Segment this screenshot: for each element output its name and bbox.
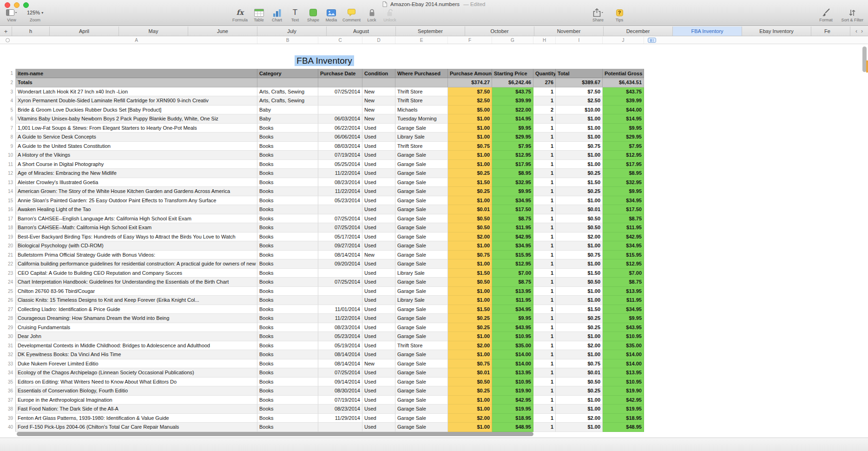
cell[interactable]: $1.00: [448, 396, 492, 405]
cell[interactable]: Garage Sale: [395, 305, 448, 314]
tips-button[interactable]: ? Tips: [612, 8, 626, 22]
cell[interactable]: 11/22/2014: [318, 187, 362, 196]
row-number[interactable]: 30: [5, 332, 16, 341]
cell[interactable]: $42.95: [492, 396, 533, 405]
row-number[interactable]: 28: [5, 314, 16, 323]
cell[interactable]: $7.00: [603, 269, 644, 278]
cell[interactable]: $42.95: [603, 232, 644, 242]
row-number[interactable]: 17: [5, 214, 16, 224]
cell[interactable]: Books: [257, 368, 318, 378]
next-sheet-button[interactable]: ›: [861, 28, 863, 34]
cell[interactable]: Books: [257, 287, 318, 296]
cell[interactable]: $0.50: [556, 223, 603, 232]
cell[interactable]: Baby: [257, 114, 318, 124]
cell[interactable]: $43.95: [603, 323, 644, 332]
cell[interactable]: $1.50: [556, 305, 603, 314]
cell[interactable]: $0.25: [448, 169, 492, 178]
column-letter-J[interactable]: J: [603, 37, 644, 44]
cell[interactable]: 1: [533, 287, 556, 296]
toolbar-comment-button[interactable]: Comment: [342, 8, 361, 22]
row-number[interactable]: 6: [5, 114, 16, 124]
cell[interactable]: $6,242.46: [492, 78, 533, 87]
cell[interactable]: $0.25: [448, 323, 492, 332]
prev-sheet-button[interactable]: ‹: [855, 28, 857, 34]
row-number[interactable]: 4: [5, 96, 16, 106]
cell[interactable]: New: [362, 96, 395, 106]
cell[interactable]: Books: [257, 196, 318, 206]
cell[interactable]: Books: [257, 314, 318, 323]
row-number[interactable]: 19: [5, 232, 16, 242]
cell[interactable]: $1.00: [556, 114, 603, 124]
cell[interactable]: $34.95: [603, 196, 644, 206]
column-letter-A[interactable]: A: [16, 37, 257, 44]
cell[interactable]: $1.00: [448, 151, 492, 160]
cell[interactable]: $7.50: [448, 87, 492, 97]
cell[interactable]: $0.25: [448, 386, 492, 396]
cell[interactable]: Garage Sale: [395, 378, 448, 387]
cell[interactable]: [318, 296, 362, 305]
cell[interactable]: Editors on Editing: What Writers Need to…: [16, 378, 257, 387]
cell[interactable]: Thrift Store: [395, 87, 448, 97]
cell[interactable]: 1: [533, 96, 556, 106]
cell[interactable]: $1.00: [448, 114, 492, 124]
cell[interactable]: $8.75: [603, 278, 644, 287]
cell[interactable]: Used: [362, 332, 395, 341]
cell[interactable]: 1: [533, 232, 556, 242]
column-resize-handle[interactable]: [648, 38, 656, 43]
cell[interactable]: $1.00: [556, 133, 603, 142]
cell[interactable]: $0.01: [448, 368, 492, 378]
cell[interactable]: $1.00: [556, 151, 603, 160]
cell[interactable]: 1: [533, 196, 556, 206]
cell[interactable]: 11/29/2014: [318, 414, 362, 423]
cell[interactable]: 05/17/2014: [318, 232, 362, 242]
cell[interactable]: 09/20/2014: [318, 259, 362, 269]
cell[interactable]: Tuesday Morning: [395, 114, 448, 124]
cell[interactable]: $0.75: [448, 251, 492, 260]
cell[interactable]: Garage Sale: [395, 259, 448, 269]
cell[interactable]: $1.00: [448, 196, 492, 206]
cell[interactable]: $0.50: [448, 223, 492, 232]
cell[interactable]: $14.95: [492, 114, 533, 124]
cell[interactable]: $1.00: [448, 133, 492, 142]
column-letter-D[interactable]: D: [362, 37, 395, 44]
cell[interactable]: $8.95: [492, 169, 533, 178]
cell[interactable]: Used: [362, 341, 395, 351]
cell[interactable]: 08/14/2014: [318, 350, 362, 359]
cell[interactable]: $10.95: [492, 378, 533, 387]
cell[interactable]: Garage Sale: [395, 332, 448, 341]
cell[interactable]: 08/23/2014: [318, 178, 362, 187]
cell[interactable]: 1: [533, 251, 556, 260]
cell[interactable]: Barron's CAHSEE--English Language Arts: …: [16, 214, 257, 224]
cell[interactable]: Books: [257, 296, 318, 305]
cell[interactable]: Books: [257, 124, 318, 133]
cell[interactable]: $1.00: [556, 160, 603, 169]
cell[interactable]: $10.95: [603, 378, 644, 387]
cell[interactable]: Chart Interpretation Handbook: Guideline…: [16, 278, 257, 287]
cell[interactable]: Michaels: [395, 106, 448, 115]
cell[interactable]: $11.95: [492, 296, 533, 305]
cell[interactable]: Garage Sale: [395, 241, 448, 251]
cell[interactable]: $1.00: [448, 259, 492, 269]
cell[interactable]: Garage Sale: [395, 414, 448, 423]
cell[interactable]: Garage Sale: [395, 232, 448, 242]
toolbar-lock-button[interactable]: Lock: [365, 8, 379, 22]
cell[interactable]: Garage Sale: [395, 423, 448, 432]
cell[interactable]: Awaken Healing Light of the Tao: [16, 205, 257, 214]
cell[interactable]: [257, 78, 318, 87]
view-button[interactable]: View: [5, 8, 19, 22]
cell[interactable]: $1.00: [448, 423, 492, 432]
cell[interactable]: 1: [533, 114, 556, 124]
cell[interactable]: $0.25: [556, 314, 603, 323]
cell[interactable]: $9.95: [603, 187, 644, 196]
cell[interactable]: $43.75: [603, 87, 644, 97]
cell[interactable]: $1.00: [556, 259, 603, 269]
cell[interactable]: $32.95: [492, 178, 533, 187]
cell[interactable]: Garage Sale: [395, 359, 448, 369]
cell[interactable]: 1: [533, 423, 556, 432]
cell[interactable]: Garage Sale: [395, 396, 448, 405]
cell[interactable]: Thrift Store: [395, 341, 448, 351]
cell[interactable]: $13.95: [492, 368, 533, 378]
cell[interactable]: Books: [257, 142, 318, 151]
cell[interactable]: 07/19/2014: [318, 396, 362, 405]
cell[interactable]: Used: [362, 196, 395, 206]
